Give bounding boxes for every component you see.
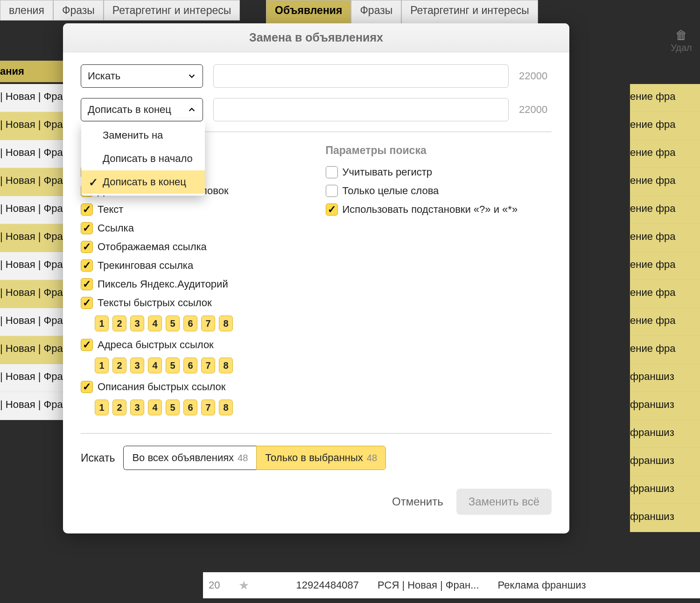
param-label: Только целые слова: [343, 185, 439, 197]
quicklink-number-chip[interactable]: 6: [183, 400, 197, 415]
quicklink-number-chip[interactable]: 8: [219, 316, 233, 331]
table-row[interactable]: ение фра: [630, 280, 700, 308]
table-row[interactable]: ение фра: [630, 336, 700, 364]
quicklink-number-chip[interactable]: 3: [130, 400, 144, 415]
scope-selected[interactable]: Только в выбранных 48: [256, 446, 386, 470]
table-row[interactable]: франшиз: [630, 392, 700, 420]
quicklink-number-chip[interactable]: 2: [112, 316, 126, 331]
field-checkbox[interactable]: [81, 381, 93, 393]
table-row[interactable]: франшиз: [630, 504, 700, 532]
search-mode-label: Искать: [88, 70, 120, 82]
field-checkbox-row: Ссылка: [81, 222, 307, 234]
bg-tab[interactable]: Ретаргетинг и интересы: [104, 0, 240, 21]
replace-mode-label: Дописать в конец: [88, 104, 171, 116]
params-column: Параметры поиска Учитывать регистрТолько…: [326, 144, 552, 423]
replace-modal: Замена в объявлениях Искать 22000 Дописа…: [63, 23, 569, 533]
field-checkbox[interactable]: [81, 259, 93, 272]
quicklink-number-chip[interactable]: 4: [148, 316, 162, 331]
table-row[interactable]: ение фра: [630, 140, 700, 168]
quicklink-number-row: 12345678: [95, 358, 307, 373]
field-checkbox-row: Пиксель Яндекс.Аудиторий: [81, 278, 307, 290]
field-checkbox[interactable]: [81, 278, 93, 290]
quicklink-number-chip[interactable]: 4: [148, 358, 162, 373]
toolbar-delete[interactable]: 🗑 Удал: [663, 28, 700, 53]
param-checkbox[interactable]: [326, 203, 338, 216]
quicklink-number-chip[interactable]: 3: [130, 358, 144, 373]
star-icon[interactable]: ★: [238, 578, 249, 593]
bg-bottom-row: 20 ★ 12924484087 РСЯ | Новая | Фран... Р…: [203, 572, 700, 598]
param-checkbox[interactable]: [326, 166, 338, 178]
field-checkbox[interactable]: [81, 297, 93, 309]
scope-segmented: Во всех объявлениях 48 Только в выбранны…: [123, 446, 386, 470]
field-checkbox[interactable]: [81, 203, 93, 216]
quicklink-number-chip[interactable]: 5: [166, 358, 180, 373]
row-number: 20: [209, 579, 220, 591]
table-row[interactable]: ение фра: [630, 84, 700, 112]
field-checkbox[interactable]: [81, 241, 93, 253]
quicklink-number-chip[interactable]: 2: [112, 400, 126, 415]
quicklink-number-chip[interactable]: 7: [201, 400, 215, 415]
quicklink-number-chip[interactable]: 4: [148, 400, 162, 415]
modal-title: Замена в объявлениях: [63, 23, 569, 52]
bg-tab[interactable]: вления: [0, 0, 53, 21]
quicklink-number-chip[interactable]: 8: [219, 358, 233, 373]
scope-all-label: Во всех объявлениях: [132, 452, 234, 464]
param-label: Учитывать регистр: [343, 166, 433, 178]
chevron-up-icon: [188, 105, 196, 114]
table-row[interactable]: ение фра: [630, 252, 700, 280]
field-label: Ссылка: [98, 222, 134, 234]
table-row[interactable]: франшиз: [630, 448, 700, 476]
dropdown-option-replace[interactable]: Заменить на: [81, 124, 205, 147]
search-mode-select[interactable]: Искать: [81, 64, 203, 88]
scope-all[interactable]: Во всех объявлениях 48: [123, 446, 256, 470]
quicklink-number-chip[interactable]: 7: [201, 358, 215, 373]
table-row[interactable]: ение фра: [630, 112, 700, 140]
divider: [81, 433, 552, 434]
row-name: РСЯ | Новая | Фран...: [378, 579, 479, 591]
quicklink-number-chip[interactable]: 3: [130, 316, 144, 331]
quicklink-number-chip[interactable]: 6: [183, 358, 197, 373]
field-checkbox[interactable]: [81, 339, 93, 351]
table-row[interactable]: ение фра: [630, 196, 700, 224]
cancel-button[interactable]: Отменить: [392, 495, 443, 508]
row-id: 12924484087: [296, 579, 359, 591]
param-checkbox-row: Только целые слова: [326, 185, 552, 197]
field-checkbox-row: Отображаемая ссылка: [81, 241, 307, 253]
search-counter: 22000: [519, 70, 552, 82]
field-label: Отображаемая ссылка: [98, 241, 207, 253]
scope-row: Искать Во всех объявлениях 48 Только в в…: [81, 446, 552, 470]
quicklink-number-chip[interactable]: 1: [95, 358, 109, 373]
dropdown-option-append[interactable]: Дописать в конец: [81, 170, 205, 194]
trash-icon: 🗑: [663, 28, 700, 42]
scope-label: Искать: [81, 452, 115, 464]
table-row[interactable]: ение фра: [630, 168, 700, 196]
scope-selected-count: 48: [367, 453, 377, 463]
field-label: Тексты быстрых ссылок: [98, 297, 212, 309]
bg-tab[interactable]: Фразы: [53, 0, 104, 21]
quicklink-number-chip[interactable]: 5: [166, 316, 180, 331]
replace-all-button[interactable]: Заменить всё: [456, 489, 552, 515]
search-input[interactable]: [213, 64, 509, 88]
dropdown-option-prepend[interactable]: Дописать в начало: [81, 147, 205, 170]
replace-mode-select[interactable]: Дописать в конец Заменить на Дописать в …: [81, 98, 203, 121]
table-row[interactable]: франшиз: [630, 420, 700, 448]
quicklink-number-chip[interactable]: 2: [112, 358, 126, 373]
field-checkbox[interactable]: [81, 222, 93, 234]
table-row[interactable]: ение фра: [630, 224, 700, 252]
replace-input[interactable]: [213, 98, 509, 121]
scope-all-count: 48: [238, 453, 248, 463]
quicklink-number-chip[interactable]: 7: [201, 316, 215, 331]
param-checkbox[interactable]: [326, 185, 338, 197]
quicklink-number-chip[interactable]: 1: [95, 400, 109, 415]
quicklink-number-chip[interactable]: 6: [183, 316, 197, 331]
table-row[interactable]: ение фра: [630, 308, 700, 336]
quicklink-number-chip[interactable]: 5: [166, 400, 180, 415]
table-row[interactable]: франшиз: [630, 476, 700, 504]
table-row[interactable]: франшиз: [630, 364, 700, 392]
replace-counter: 22000: [519, 104, 552, 116]
replace-row: Дописать в конец Заменить на Дописать в …: [81, 98, 552, 121]
quicklink-number-chip[interactable]: 8: [219, 400, 233, 415]
search-row: Искать 22000: [81, 64, 552, 88]
param-checkbox-row: Использовать подстановки «?» и «*»: [326, 203, 552, 216]
quicklink-number-chip[interactable]: 1: [95, 316, 109, 331]
